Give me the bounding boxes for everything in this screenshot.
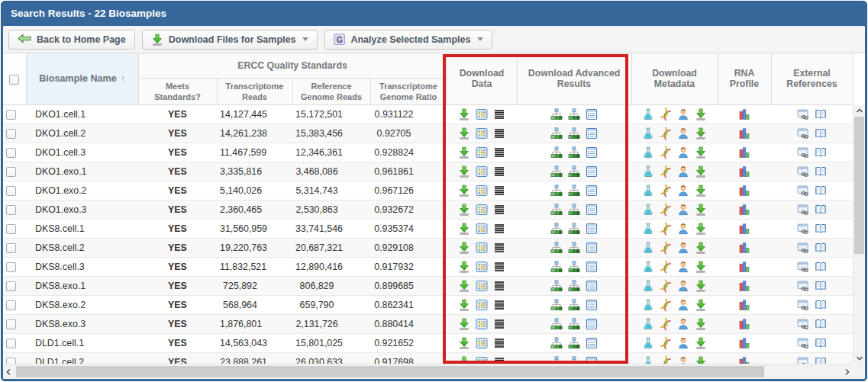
bar-chart-icon[interactable] [738, 280, 750, 292]
row-checkbox[interactable] [6, 110, 16, 120]
book-icon[interactable] [815, 280, 827, 292]
book-icon[interactable] [815, 261, 827, 273]
bar-chart-icon[interactable] [738, 223, 750, 235]
table-row[interactable]: DKO1.exo.2 YES 5,140,026 5,314,743 0.967… [3, 181, 853, 200]
download-icon[interactable] [695, 185, 707, 197]
data-table-icon[interactable] [476, 127, 488, 140]
text-file-icon[interactable] [493, 127, 505, 140]
bar-chart-icon[interactable] [738, 318, 750, 330]
sitemap-alt-icon[interactable] [568, 280, 580, 292]
external-link-icon[interactable] [797, 299, 809, 311]
text-file-icon[interactable] [493, 223, 505, 235]
person-icon[interactable] [677, 337, 689, 349]
bar-chart-icon[interactable] [738, 108, 750, 120]
table-row[interactable]: DKS8.cell.2 YES 19,220,763 20,687,321 0.… [3, 238, 853, 257]
bar-chart-icon[interactable] [738, 242, 750, 254]
window-list-icon[interactable] [586, 223, 598, 235]
flask-icon[interactable] [642, 165, 654, 178]
external-link-icon[interactable] [797, 127, 809, 140]
dna-icon[interactable] [657, 106, 674, 123]
download-icon[interactable] [458, 204, 470, 216]
table-row[interactable]: DKS8.cell.1 YES 31,560,959 33,741,546 0.… [3, 219, 853, 238]
download-icon[interactable] [458, 318, 470, 330]
row-checkbox[interactable] [6, 129, 16, 139]
column-header-meets-standards[interactable]: Meets Standards? [138, 78, 217, 104]
table-row[interactable]: DKO1.cell.3 YES 11,467,599 12,346,361 0.… [3, 143, 853, 162]
text-file-icon[interactable] [493, 299, 505, 311]
sitemap-alt-icon[interactable] [568, 185, 580, 197]
dna-icon[interactable] [657, 201, 674, 218]
external-link-icon[interactable] [797, 242, 809, 254]
column-header-download-data[interactable]: Download Data [447, 53, 517, 104]
scroll-down-icon[interactable] [856, 355, 863, 361]
window-list-icon[interactable] [586, 242, 598, 254]
table-row[interactable]: DKS8.exo.3 YES 1,876,801 2,131,726 0.880… [3, 314, 853, 333]
sitemap-icon[interactable] [550, 146, 563, 159]
dna-icon[interactable] [657, 316, 674, 332]
column-header-download-advanced-results[interactable]: Download Advanced Results [517, 53, 631, 104]
sitemap-icon[interactable] [550, 261, 563, 273]
column-header-biosample-name[interactable]: Biosample Name↑ [26, 53, 138, 104]
vertical-scrollbar[interactable] [853, 105, 865, 364]
person-icon[interactable] [677, 299, 689, 311]
window-list-icon[interactable] [586, 318, 598, 330]
text-file-icon[interactable] [493, 318, 505, 330]
text-file-icon[interactable] [493, 146, 505, 159]
bar-chart-icon[interactable] [738, 185, 750, 197]
book-icon[interactable] [815, 185, 827, 197]
column-header-transcriptome-genome-ratio[interactable]: Transcriptome Genome Ratio [370, 78, 447, 104]
download-icon[interactable] [458, 242, 470, 254]
external-link-icon[interactable] [797, 223, 809, 235]
data-table-icon[interactable] [476, 261, 488, 273]
row-checkbox[interactable] [6, 281, 16, 291]
book-icon[interactable] [815, 127, 827, 140]
external-link-icon[interactable] [797, 165, 809, 178]
sitemap-icon[interactable] [550, 108, 563, 120]
sitemap-alt-icon[interactable] [568, 204, 580, 216]
dna-icon[interactable] [657, 335, 674, 352]
bar-chart-icon[interactable] [738, 127, 750, 140]
download-icon[interactable] [695, 204, 707, 216]
table-row[interactable]: DKO1.exo.1 YES 3,335,816 3,468,086 0.961… [3, 162, 853, 181]
sitemap-icon[interactable] [550, 223, 563, 235]
flask-icon[interactable] [642, 242, 654, 254]
scroll-right-icon[interactable] [844, 368, 850, 376]
person-icon[interactable] [677, 127, 689, 140]
text-file-icon[interactable] [493, 108, 505, 120]
person-icon[interactable] [677, 165, 689, 178]
person-icon[interactable] [677, 318, 689, 330]
book-icon[interactable] [815, 337, 827, 349]
sitemap-icon[interactable] [550, 185, 563, 197]
window-list-icon[interactable] [586, 280, 598, 292]
download-icon[interactable] [458, 299, 470, 311]
select-all-checkbox[interactable] [9, 75, 19, 85]
sitemap-alt-icon[interactable] [568, 127, 580, 140]
book-icon[interactable] [815, 108, 827, 120]
data-table-icon[interactable] [476, 204, 488, 216]
book-icon[interactable] [815, 299, 827, 311]
download-icon[interactable] [695, 223, 707, 235]
sitemap-icon[interactable] [550, 242, 563, 254]
download-icon[interactable] [695, 318, 707, 330]
analyze-samples-button[interactable]: G Analyze Selected Samples [324, 30, 492, 50]
download-icon[interactable] [695, 146, 707, 159]
person-icon[interactable] [677, 280, 689, 292]
sitemap-alt-icon[interactable] [568, 299, 580, 311]
book-icon[interactable] [815, 242, 827, 254]
data-table-icon[interactable] [476, 318, 488, 330]
download-icon[interactable] [458, 185, 470, 197]
sitemap-alt-icon[interactable] [568, 223, 580, 235]
flask-icon[interactable] [642, 280, 654, 292]
row-checkbox[interactable] [6, 205, 16, 215]
row-checkbox[interactable] [6, 243, 16, 253]
data-table-icon[interactable] [476, 337, 488, 349]
download-files-button[interactable]: Download Files for Samples [142, 30, 318, 50]
external-link-icon[interactable] [797, 261, 809, 273]
window-list-icon[interactable] [586, 299, 598, 311]
row-checkbox[interactable] [6, 300, 16, 310]
external-link-icon[interactable] [797, 337, 809, 349]
scroll-up-icon[interactable] [856, 108, 863, 114]
text-file-icon[interactable] [493, 185, 505, 197]
row-checkbox[interactable] [6, 319, 16, 329]
data-table-icon[interactable] [476, 242, 488, 254]
